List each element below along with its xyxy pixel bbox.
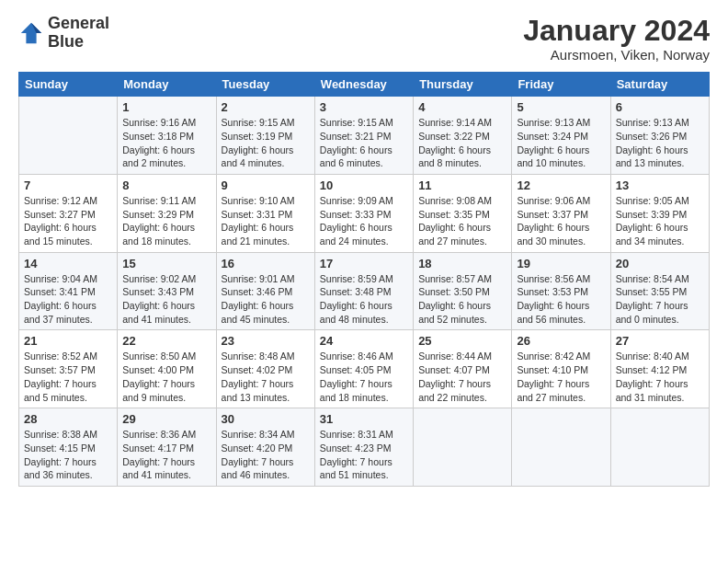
day-number: 26: [517, 334, 605, 348]
day-info: Sunrise: 8:42 AM Sunset: 4:10 PM Dayligh…: [517, 350, 605, 404]
calendar-cell: 4Sunrise: 9:14 AM Sunset: 3:22 PM Daylig…: [414, 97, 512, 175]
calendar-cell: 28Sunrise: 8:38 AM Sunset: 4:15 PM Dayli…: [19, 408, 118, 487]
calendar-cell: 7Sunrise: 9:12 AM Sunset: 3:27 PM Daylig…: [19, 174, 118, 252]
calendar-cell: 15Sunrise: 9:02 AM Sunset: 3:43 PM Dayli…: [118, 252, 216, 330]
calendar-cell: 18Sunrise: 8:57 AM Sunset: 3:50 PM Dayli…: [414, 252, 512, 330]
calendar-cell: 23Sunrise: 8:48 AM Sunset: 4:02 PM Dayli…: [216, 330, 314, 408]
calendar-cell: 17Sunrise: 8:59 AM Sunset: 3:48 PM Dayli…: [314, 252, 413, 330]
day-number: 5: [517, 100, 605, 114]
day-info: Sunrise: 8:54 AM Sunset: 3:55 PM Dayligh…: [616, 272, 704, 327]
day-number: 4: [418, 100, 506, 114]
day-info: Sunrise: 8:31 AM Sunset: 4:23 PM Dayligh…: [320, 428, 408, 482]
calendar-cell: 5Sunrise: 9:13 AM Sunset: 3:24 PM Daylig…: [512, 97, 610, 175]
day-info: Sunrise: 9:15 AM Sunset: 3:21 PM Dayligh…: [320, 116, 408, 170]
day-info: Sunrise: 8:46 AM Sunset: 4:05 PM Dayligh…: [320, 350, 408, 404]
calendar-cell: 3Sunrise: 9:15 AM Sunset: 3:21 PM Daylig…: [314, 97, 413, 175]
calendar-cell: 20Sunrise: 8:54 AM Sunset: 3:55 PM Dayli…: [610, 252, 709, 330]
day-info: Sunrise: 9:13 AM Sunset: 3:24 PM Dayligh…: [517, 116, 605, 170]
logo: General Blue: [18, 15, 109, 52]
logo-icon: [18, 20, 44, 46]
day-number: 28: [24, 412, 112, 426]
calendar-cell: 2Sunrise: 9:15 AM Sunset: 3:19 PM Daylig…: [216, 97, 314, 175]
week-row-2: 7Sunrise: 9:12 AM Sunset: 3:27 PM Daylig…: [19, 174, 710, 252]
day-number: 11: [418, 178, 506, 192]
calendar-cell: 16Sunrise: 9:01 AM Sunset: 3:46 PM Dayli…: [216, 252, 314, 330]
calendar-cell: 14Sunrise: 9:04 AM Sunset: 3:41 PM Dayli…: [19, 252, 118, 330]
weekday-header-wednesday: Wednesday: [314, 73, 413, 97]
weekday-header-tuesday: Tuesday: [216, 73, 314, 97]
title-block: January 2024 Aursmoen, Viken, Norway: [523, 15, 710, 63]
day-number: 9: [222, 178, 310, 192]
calendar-cell: 25Sunrise: 8:44 AM Sunset: 4:07 PM Dayli…: [414, 330, 512, 408]
day-number: 22: [122, 334, 210, 348]
day-info: Sunrise: 8:36 AM Sunset: 4:17 PM Dayligh…: [122, 428, 210, 482]
weekday-header-saturday: Saturday: [610, 73, 709, 97]
weekday-header-monday: Monday: [118, 73, 216, 97]
day-info: Sunrise: 8:52 AM Sunset: 3:57 PM Dayligh…: [24, 350, 112, 404]
day-number: 1: [122, 100, 210, 114]
day-info: Sunrise: 8:50 AM Sunset: 4:00 PM Dayligh…: [122, 350, 210, 404]
day-info: Sunrise: 9:08 AM Sunset: 3:35 PM Dayligh…: [418, 194, 506, 248]
calendar-table: SundayMondayTuesdayWednesdayThursdayFrid…: [18, 72, 710, 487]
calendar-cell: 6Sunrise: 9:13 AM Sunset: 3:26 PM Daylig…: [610, 97, 709, 175]
day-number: 17: [320, 257, 408, 270]
day-info: Sunrise: 9:09 AM Sunset: 3:33 PM Dayligh…: [320, 194, 408, 248]
weekday-header-thursday: Thursday: [414, 73, 512, 97]
week-row-3: 14Sunrise: 9:04 AM Sunset: 3:41 PM Dayli…: [19, 252, 710, 330]
day-number: 20: [616, 257, 704, 270]
calendar-cell: 13Sunrise: 9:05 AM Sunset: 3:39 PM Dayli…: [610, 174, 709, 252]
day-info: Sunrise: 9:16 AM Sunset: 3:18 PM Dayligh…: [122, 116, 210, 170]
day-number: 19: [517, 257, 605, 270]
week-row-1: 1Sunrise: 9:16 AM Sunset: 3:18 PM Daylig…: [19, 97, 710, 175]
day-number: 8: [122, 178, 210, 192]
day-info: Sunrise: 8:34 AM Sunset: 4:20 PM Dayligh…: [222, 428, 310, 482]
day-info: Sunrise: 9:05 AM Sunset: 3:39 PM Dayligh…: [616, 194, 704, 248]
day-number: 24: [320, 334, 408, 348]
day-number: 2: [222, 100, 310, 114]
calendar-cell: [19, 97, 118, 175]
day-number: 30: [222, 412, 310, 426]
calendar-cell: [414, 408, 512, 487]
day-number: 21: [24, 334, 112, 348]
day-info: Sunrise: 9:15 AM Sunset: 3:19 PM Dayligh…: [222, 116, 310, 170]
day-number: 7: [24, 178, 112, 192]
calendar-cell: 27Sunrise: 8:40 AM Sunset: 4:12 PM Dayli…: [610, 330, 709, 408]
day-info: Sunrise: 9:13 AM Sunset: 3:26 PM Dayligh…: [616, 116, 704, 170]
day-number: 10: [320, 178, 408, 192]
calendar-cell: 31Sunrise: 8:31 AM Sunset: 4:23 PM Dayli…: [314, 408, 413, 487]
day-number: 18: [418, 257, 506, 270]
day-info: Sunrise: 9:14 AM Sunset: 3:22 PM Dayligh…: [418, 116, 506, 170]
day-number: 14: [24, 257, 112, 270]
day-number: 6: [616, 100, 704, 114]
day-number: 15: [122, 257, 210, 270]
logo-text: General Blue: [48, 15, 109, 52]
calendar-cell: [610, 408, 709, 487]
calendar-cell: 29Sunrise: 8:36 AM Sunset: 4:17 PM Dayli…: [118, 408, 216, 487]
calendar-cell: [512, 408, 610, 487]
location: Aursmoen, Viken, Norway: [523, 47, 710, 63]
calendar-cell: 24Sunrise: 8:46 AM Sunset: 4:05 PM Dayli…: [314, 330, 413, 408]
calendar-cell: 8Sunrise: 9:11 AM Sunset: 3:29 PM Daylig…: [118, 174, 216, 252]
day-number: 27: [616, 334, 704, 348]
calendar-cell: 10Sunrise: 9:09 AM Sunset: 3:33 PM Dayli…: [314, 174, 413, 252]
day-info: Sunrise: 9:11 AM Sunset: 3:29 PM Dayligh…: [122, 194, 210, 248]
calendar-cell: 22Sunrise: 8:50 AM Sunset: 4:00 PM Dayli…: [118, 330, 216, 408]
calendar-cell: 1Sunrise: 9:16 AM Sunset: 3:18 PM Daylig…: [118, 97, 216, 175]
day-info: Sunrise: 8:40 AM Sunset: 4:12 PM Dayligh…: [616, 350, 704, 404]
week-row-4: 21Sunrise: 8:52 AM Sunset: 3:57 PM Dayli…: [19, 330, 710, 408]
day-info: Sunrise: 9:10 AM Sunset: 3:31 PM Dayligh…: [222, 194, 310, 248]
weekday-header-sunday: Sunday: [19, 73, 118, 97]
day-info: Sunrise: 8:48 AM Sunset: 4:02 PM Dayligh…: [222, 350, 310, 404]
weekday-header-friday: Friday: [512, 73, 610, 97]
header: General Blue January 2024 Aursmoen, Vike…: [18, 15, 710, 63]
day-number: 25: [418, 334, 506, 348]
day-number: 23: [222, 334, 310, 348]
weekday-header-row: SundayMondayTuesdayWednesdayThursdayFrid…: [19, 73, 710, 97]
page: General Blue January 2024 Aursmoen, Vike…: [0, 0, 728, 563]
day-info: Sunrise: 8:38 AM Sunset: 4:15 PM Dayligh…: [24, 428, 112, 482]
calendar-cell: 11Sunrise: 9:08 AM Sunset: 3:35 PM Dayli…: [414, 174, 512, 252]
calendar-cell: 30Sunrise: 8:34 AM Sunset: 4:20 PM Dayli…: [216, 408, 314, 487]
day-number: 29: [122, 412, 210, 426]
day-number: 31: [320, 412, 408, 426]
calendar-cell: 21Sunrise: 8:52 AM Sunset: 3:57 PM Dayli…: [19, 330, 118, 408]
